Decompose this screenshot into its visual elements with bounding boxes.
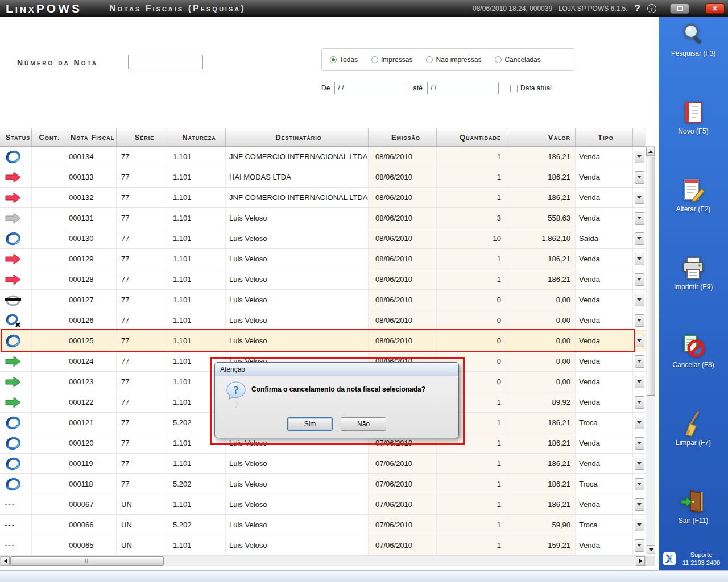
column-header-serie[interactable]: Série (117, 128, 168, 146)
invoice-row-000066[interactable]: ---000066UN5.202Luis Veloso07/06/2010159… (0, 515, 646, 535)
cell-status (0, 269, 32, 289)
tipo-dropdown-button[interactable] (635, 519, 644, 531)
tipo-dropdown-button[interactable] (635, 376, 644, 388)
tipo-dropdown-button[interactable] (635, 171, 644, 184)
invoice-row-000118[interactable]: 000118775.202Luis Veloso07/06/20101186,2… (0, 474, 646, 494)
minimize-button[interactable] (670, 3, 689, 14)
date-to-input[interactable] (427, 82, 499, 94)
invoice-row-000065[interactable]: ---000065UN1.101Luis Veloso07/06/2010115… (0, 535, 646, 556)
column-header-destinatario[interactable]: Destinatário (226, 128, 369, 146)
scroll-down-button[interactable] (647, 545, 655, 554)
sidebar-button-imprimir[interactable]: Imprimir (F9) (659, 255, 728, 291)
edit-icon (680, 177, 706, 203)
radio-label: Impressas (381, 56, 412, 64)
horizontal-scrollbar-track[interactable] (164, 556, 636, 566)
cell-cont (32, 372, 64, 392)
sidebar-button-pesquisar[interactable]: Pesquisar (F3) (659, 22, 728, 57)
cell-destinatario: Luis Veloso (226, 331, 369, 351)
tipo-dropdown-button[interactable] (635, 417, 644, 429)
chevron-down-icon (637, 503, 642, 506)
tipo-dropdown-button[interactable] (635, 335, 644, 347)
invoice-row-000130[interactable]: 000130771.101Luis Veloso08/06/2010101.86… (0, 228, 646, 249)
scroll-up-button[interactable] (646, 147, 655, 156)
radio-todas[interactable]: Todas (330, 56, 358, 64)
status-red-arrow-icon (5, 192, 22, 203)
no-button[interactable]: Não (341, 417, 386, 431)
support-banner[interactable]: Suporte 11 2103 2400 (659, 551, 728, 567)
linx-logo-icon (663, 552, 676, 565)
numero-da-nota-input[interactable] (128, 55, 203, 69)
sidebar-button-limpar[interactable]: Limpar (F7) (659, 411, 728, 447)
radio-circle-icon (371, 56, 378, 63)
vertical-scrollbar-thumb[interactable] (647, 157, 655, 396)
column-header-valor[interactable]: Valor (506, 128, 576, 146)
cell-dropdown (633, 494, 646, 514)
tipo-dropdown-button[interactable] (635, 478, 644, 490)
invoice-row-000119[interactable]: 000119771.101Luis Veloso07/06/20101186,2… (0, 454, 646, 474)
help-icon[interactable]: ? (634, 3, 642, 14)
tipo-dropdown-button[interactable] (635, 437, 644, 450)
tipo-dropdown-button[interactable] (635, 253, 644, 265)
invoice-row-000125[interactable]: 000125771.101Luis Veloso08/06/201000,00V… (0, 331, 646, 351)
sidebar-button-cancelar[interactable]: Cancelar (F8) (659, 333, 728, 369)
tipo-dropdown-button[interactable] (635, 232, 644, 245)
tipo-dropdown-button[interactable] (635, 192, 644, 204)
radio-nao-impressas[interactable]: Não impressas (426, 56, 481, 64)
tipo-dropdown-button[interactable] (635, 355, 644, 368)
cell-nota: 000124 (64, 351, 117, 371)
tipo-dropdown-button[interactable] (635, 212, 644, 225)
column-header-emissao[interactable]: Emissão (369, 128, 437, 146)
invoice-row-000126[interactable]: 000126771.101Luis Veloso08/06/201000,00V… (0, 310, 646, 331)
sidebar-button-alterar[interactable]: Alterar (F2) (659, 177, 728, 213)
column-header-tipo[interactable]: Tipo (576, 128, 633, 146)
column-header-nota-fiscal[interactable]: Nota Fiscal (64, 128, 117, 146)
invoice-row-000132[interactable]: 000132771.101JNF COMERCIO INTERNACIONAL … (0, 188, 646, 208)
close-button[interactable] (705, 3, 725, 14)
invoice-row-000127[interactable]: 000127771.101Luis Veloso08/06/201000,00V… (0, 290, 646, 310)
tipo-dropdown-button[interactable] (635, 294, 644, 306)
status-bar (0, 570, 728, 582)
dialog-titlebar[interactable]: Atenção (215, 363, 458, 376)
radio-canceladas[interactable]: Canceladas (495, 56, 540, 64)
tipo-dropdown-button[interactable] (635, 151, 644, 163)
date-from-input[interactable] (334, 82, 406, 94)
invoice-row-000129[interactable]: 000129771.101Luis Veloso08/06/20101186,2… (0, 249, 646, 269)
info-icon[interactable]: i (647, 4, 656, 13)
tipo-dropdown-button[interactable] (635, 458, 644, 470)
column-header-cont[interactable]: Cont. (32, 128, 64, 146)
scroll-left-button[interactable] (1, 556, 10, 566)
page-title: Notas Fiscais (Pesquisa) (109, 3, 245, 14)
tipo-dropdown-button[interactable] (635, 273, 644, 286)
svg-text:?: ? (234, 401, 238, 409)
invoice-row-000131[interactable]: 000131771.101Luis Veloso08/06/20103558,6… (0, 208, 646, 228)
data-atual-checkbox[interactable] (510, 85, 518, 92)
horizontal-scrollbar[interactable] (0, 556, 646, 566)
invoice-row-000133[interactable]: 000133771.101HAI MODAS LTDA08/06/2010118… (0, 167, 646, 188)
horizontal-scrollbar-thumb[interactable] (10, 556, 164, 566)
invoice-row-000067[interactable]: ---000067UN1.101Luis Veloso07/06/2010118… (0, 494, 646, 515)
tipo-dropdown-button[interactable] (635, 396, 644, 409)
scroll-right-button[interactable] (636, 556, 645, 566)
invoice-row-000134[interactable]: 000134771.101JNF COMERCIO INTERNACIONAL … (0, 147, 646, 167)
status-gray-arrow-icon (5, 213, 22, 224)
vertical-scrollbar[interactable] (646, 146, 655, 555)
tipo-dropdown-button[interactable] (635, 539, 644, 552)
sidebar-button-sair[interactable]: Sair (F11) (659, 489, 728, 525)
chevron-down-icon (637, 319, 642, 322)
cell-dropdown (633, 535, 646, 555)
cell-tipo: Venda (576, 433, 633, 453)
sidebar-button-novo[interactable]: Novo (F5) (659, 99, 728, 135)
invoice-row-000128[interactable]: 000128771.101Luis Veloso08/06/20101186,2… (0, 269, 646, 290)
column-header-quantidade[interactable]: Quantidade (437, 128, 506, 146)
status-green-arrow-icon (5, 376, 22, 388)
yes-button[interactable]: Sim (287, 417, 333, 431)
cell-cont (32, 290, 64, 310)
tipo-dropdown-button[interactable] (635, 314, 644, 327)
cell-valor: 0,00 (506, 351, 576, 371)
radio-impressas[interactable]: Impressas (371, 56, 412, 64)
cell-natureza: 1.101 (168, 269, 226, 289)
column-header-status[interactable]: Status (0, 128, 32, 146)
chevron-down-icon (637, 360, 642, 363)
column-header-natureza[interactable]: Natureza (168, 128, 226, 146)
tipo-dropdown-button[interactable] (635, 498, 644, 511)
